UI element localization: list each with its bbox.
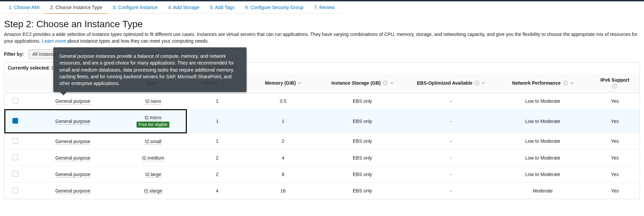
cell-stor: EBS only xyxy=(318,182,407,199)
instance-type-label[interactable]: t2.medium xyxy=(142,155,164,161)
svg-text:i: i xyxy=(385,81,386,85)
currently-selected-label: Currently selected: xyxy=(8,65,52,71)
col-ipv6[interactable]: IPv6 Supporti xyxy=(590,73,640,93)
cell-stor: EBS only xyxy=(318,149,407,166)
cell-net: Low to Moderate xyxy=(495,133,590,149)
row-checkbox[interactable] xyxy=(12,118,18,124)
wizard-tab-5[interactable]: 5. Add Tags xyxy=(205,1,240,14)
instance-type-label[interactable]: t2.large xyxy=(146,172,161,178)
family-label[interactable]: General purpose xyxy=(55,119,90,125)
wizard-tab-1[interactable]: 1. Choose AMI xyxy=(3,1,45,14)
cell-ipv6: Yes xyxy=(590,149,640,166)
cell-stor: EBS only xyxy=(318,110,407,133)
family-label[interactable]: General purpose xyxy=(55,139,90,145)
cell-net: Low to Moderate xyxy=(495,166,590,182)
instance-type-label[interactable]: t2.micro xyxy=(145,115,161,121)
row-checkbox[interactable] xyxy=(12,171,18,177)
col-checkbox xyxy=(5,73,25,93)
desc-suffix: about instance types and how they can me… xyxy=(67,38,209,44)
cell-stor: EBS only xyxy=(318,166,407,182)
cell-net: Moderate xyxy=(495,182,590,199)
cell-vcpu: 2 xyxy=(186,149,248,166)
cell-vcpu: 1 xyxy=(186,110,248,133)
cell-ipv6: Yes xyxy=(590,110,640,133)
sort-caret-icon xyxy=(570,81,574,85)
col-ebs-label: EBS-Optimized Available xyxy=(417,80,472,86)
filter-by-label: Filter by: xyxy=(4,51,24,57)
instance-type-label[interactable]: t2.small xyxy=(145,139,161,145)
family-label[interactable]: General purpose xyxy=(55,172,90,178)
wizard-tab-7[interactable]: 7. Review xyxy=(309,1,340,14)
sort-caret-icon xyxy=(390,81,393,85)
svg-text:i: i xyxy=(477,81,478,85)
col-memory[interactable]: Memory (GiB) xyxy=(248,73,318,93)
cell-net: Low to Moderate xyxy=(495,110,590,133)
instance-table-body: General purposet2.nano10.5EBS only-Low t… xyxy=(5,93,640,199)
cell-mem: 16 xyxy=(248,182,318,199)
cell-stor: EBS only xyxy=(318,93,407,110)
row-checkbox[interactable] xyxy=(12,155,18,160)
col-network[interactable]: Network Performancei xyxy=(495,73,590,93)
page-description: Amazon EC2 provides a wide selection of … xyxy=(4,31,640,45)
cell-vcpu: 1 xyxy=(186,133,248,149)
cell-ebs: - xyxy=(407,93,495,110)
cell-ebs: - xyxy=(407,133,495,149)
col-ebs[interactable]: EBS-Optimized Availablei xyxy=(407,73,495,93)
row-checkbox[interactable] xyxy=(12,98,18,103)
cell-ebs: - xyxy=(407,166,495,182)
cell-mem: 1 xyxy=(248,110,318,133)
wizard-tab-3[interactable]: 3. Configure Instance xyxy=(107,1,163,14)
wizard-tab-4[interactable]: 4. Add Storage xyxy=(163,1,205,14)
learn-more-link[interactable]: Learn more xyxy=(42,38,66,44)
cell-mem: 4 xyxy=(248,149,318,166)
cell-ipv6: Yes xyxy=(590,166,640,182)
cell-ipv6: Yes xyxy=(590,93,640,110)
row-checkbox[interactable] xyxy=(12,187,18,193)
cell-vcpu: 2 xyxy=(186,166,248,182)
info-icon[interactable]: i xyxy=(474,80,480,86)
cell-vcpu: 1 xyxy=(186,93,248,110)
table-row[interactable]: General purposet2.large28EBS only-Low to… xyxy=(5,166,640,182)
table-row[interactable]: General purposet2.small12EBS only-Low to… xyxy=(5,133,640,149)
cell-ipv6: Yes xyxy=(590,133,640,149)
free-tier-badge: Free tier eligible xyxy=(137,122,169,128)
sort-caret-icon xyxy=(482,81,485,85)
col-memory-label: Memory (GiB) xyxy=(265,80,296,86)
wizard-tab-2[interactable]: 2. Choose Instance Type xyxy=(45,1,108,14)
table-row[interactable]: General purposet2.xlarge416EBS only-Mode… xyxy=(5,182,640,199)
cell-mem: 2 xyxy=(248,133,318,149)
table-row[interactable]: General purposet2.nano10.5EBS only-Low t… xyxy=(5,93,640,110)
instance-type-label[interactable]: t2.nano xyxy=(146,98,161,104)
wizard-tabs: 1. Choose AMI2. Choose Instance Type3. C… xyxy=(0,1,644,13)
family-label[interactable]: General purpose xyxy=(55,155,90,161)
info-icon[interactable]: i xyxy=(383,80,388,86)
family-tooltip: General purpose instances provide a bala… xyxy=(53,47,247,92)
col-network-label: Network Performance xyxy=(512,80,561,86)
cell-stor: EBS only xyxy=(318,133,407,149)
sort-caret-icon xyxy=(298,81,301,85)
svg-text:i: i xyxy=(565,81,566,85)
cell-ebs: - xyxy=(407,110,495,133)
cell-ebs: - xyxy=(407,182,495,199)
col-storage[interactable]: Instance Storage (GB)i xyxy=(318,73,407,93)
page-title: Step 2: Choose an Instance Type xyxy=(4,19,640,30)
wizard-tab-6[interactable]: 6. Configure Security Group xyxy=(240,1,309,14)
table-row[interactable]: General purposet2.microFree tier eligibl… xyxy=(5,110,640,133)
cell-mem: 8 xyxy=(248,166,318,182)
cell-net: Low to Moderate xyxy=(495,93,590,110)
cell-ipv6: Yes xyxy=(590,182,640,199)
instance-type-label[interactable]: t2.xlarge xyxy=(144,188,162,194)
info-icon[interactable]: i xyxy=(563,80,568,86)
cell-ebs: - xyxy=(407,149,495,166)
col-ipv6-label: IPv6 Support xyxy=(600,77,629,83)
family-label[interactable]: General purpose xyxy=(55,98,90,104)
table-row[interactable]: General purposet2.medium24EBS only-Low t… xyxy=(5,149,640,166)
cell-vcpu: 4 xyxy=(186,182,248,199)
row-checkbox[interactable] xyxy=(12,138,18,144)
cell-mem: 0.5 xyxy=(248,93,318,110)
cell-net: Low to Moderate xyxy=(495,149,590,166)
info-icon[interactable]: i xyxy=(612,83,618,89)
family-label[interactable]: General purpose xyxy=(55,188,90,194)
col-storage-label: Instance Storage (GB) xyxy=(331,80,381,86)
svg-text:i: i xyxy=(614,84,615,88)
